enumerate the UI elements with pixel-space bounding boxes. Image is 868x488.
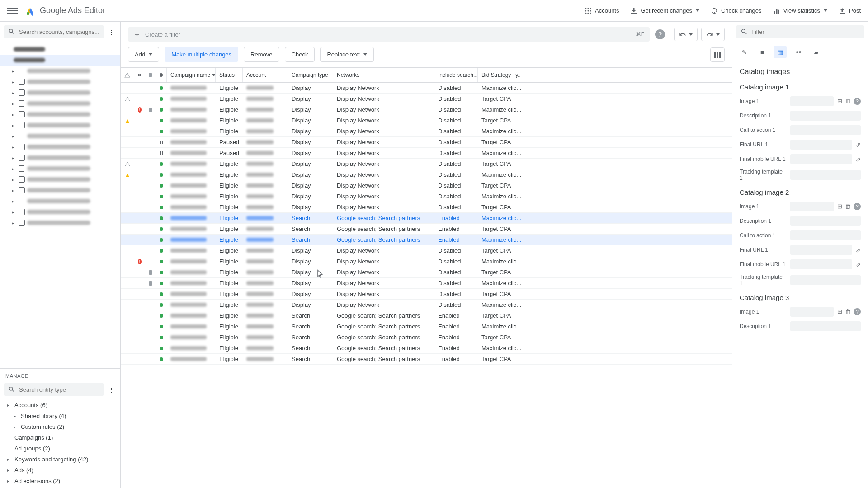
table-row[interactable]: !EligibleDisplayDisplay NetworkDisabledM…	[121, 256, 732, 267]
tree-item[interactable]	[0, 55, 120, 66]
table-row[interactable]: EligibleDisplayDisplay NetworkDisabledMa…	[121, 191, 732, 202]
comment-header-icon[interactable]	[145, 68, 156, 82]
help-icon[interactable]: ?	[655, 29, 665, 39]
field-input[interactable]	[790, 96, 834, 106]
expand-caret-icon[interactable]: ▸	[7, 468, 12, 473]
expand-caret-icon[interactable]: ▸	[12, 90, 16, 95]
form-tab-icon[interactable]: ▦	[774, 46, 787, 58]
help-icon[interactable]: ?	[854, 203, 861, 210]
add-button[interactable]: Add	[128, 47, 159, 62]
expand-caret-icon[interactable]: ▸	[12, 177, 16, 182]
image-add-icon[interactable]: ⊞	[837, 98, 842, 105]
status-header[interactable]: Status	[216, 68, 243, 82]
image-add-icon[interactable]: ⊞	[837, 308, 842, 315]
table-row[interactable]: EligibleDisplayDisplay NetworkDisabledTa…	[121, 180, 732, 191]
view-stats-button[interactable]: View statistics	[773, 7, 827, 15]
table-row[interactable]: EligibleSearchGoogle search; Search part…	[121, 321, 732, 332]
table-row[interactable]: EligibleDisplayDisplay NetworkDisabledMa…	[121, 83, 732, 94]
tag-tab-icon[interactable]: ▰	[810, 46, 823, 58]
table-row[interactable]: EligibleSearchGoogle search; Search part…	[121, 213, 732, 224]
get-recent-button[interactable]: Get recent changes	[630, 7, 699, 15]
delete-icon[interactable]: 🗑	[845, 308, 851, 315]
table-row[interactable]: EligibleSearchGoogle search; Search part…	[121, 343, 732, 354]
networks-header[interactable]: Networks	[333, 68, 434, 82]
field-input[interactable]	[790, 245, 852, 255]
expand-caret-icon[interactable]: ▸	[12, 155, 16, 160]
remove-button[interactable]: Remove	[244, 47, 279, 62]
entity-search-input[interactable]	[19, 386, 99, 393]
expand-caret-icon[interactable]: ▸	[7, 479, 12, 483]
tree-item[interactable]: ▸	[0, 163, 120, 174]
field-input[interactable]	[790, 321, 861, 331]
field-input[interactable]	[790, 111, 861, 121]
table-row[interactable]: EligibleDisplayDisplay NetworkDisabledMa…	[121, 300, 732, 310]
manage-item[interactable]: Campaigns (1)	[0, 432, 120, 443]
table-row[interactable]: EligibleDisplayDisplay NetworkDisabledMa…	[121, 126, 732, 137]
more-options-icon[interactable]: ⋮	[106, 384, 117, 395]
table-row[interactable]: EligibleDisplayDisplay NetworkDisabledTa…	[121, 245, 732, 256]
check-button[interactable]: Check	[285, 47, 315, 62]
table-row[interactable]: EligibleDisplayDisplay NetworkDisabledTa…	[121, 159, 732, 169]
expand-caret-icon[interactable]: ▸	[12, 210, 16, 215]
field-input[interactable]	[790, 140, 852, 150]
manage-item[interactable]: ▸Keywords and targeting (42)	[0, 454, 120, 465]
tree-item[interactable]: ▸	[0, 174, 120, 185]
field-input[interactable]	[790, 202, 834, 211]
columns-button[interactable]	[710, 47, 725, 62]
error-header-icon[interactable]	[134, 68, 145, 82]
tree-item[interactable]: ▸	[0, 109, 120, 120]
expand-caret-icon[interactable]: ▸	[12, 134, 16, 139]
include-search-header[interactable]: Include search...	[434, 68, 478, 82]
expand-caret-icon[interactable]: ▸	[12, 69, 16, 74]
link-tab-icon[interactable]: ⚯	[792, 46, 805, 58]
status-dot-header[interactable]	[156, 68, 167, 82]
expand-caret-icon[interactable]: ▸	[12, 221, 16, 225]
post-button[interactable]: Post	[838, 7, 861, 15]
expand-caret-icon[interactable]: ▸	[7, 457, 12, 462]
manage-item[interactable]: ▸Ads (4)	[0, 465, 120, 475]
tree-item[interactable]: ▸	[0, 66, 120, 76]
manage-item[interactable]: Ad groups (2)	[0, 443, 120, 454]
expand-caret-icon[interactable]: ▸	[12, 188, 16, 193]
help-icon[interactable]: ?	[854, 98, 861, 105]
expand-caret-icon[interactable]: ▸	[12, 166, 16, 171]
expand-caret-icon[interactable]: ▸	[12, 199, 16, 204]
campaign-name-header[interactable]: Campaign name	[167, 68, 216, 82]
field-input[interactable]	[790, 230, 861, 240]
field-input[interactable]	[790, 275, 861, 285]
tree-item[interactable]: ▸	[0, 185, 120, 196]
field-input[interactable]	[790, 125, 861, 135]
table-row[interactable]: ▲EligibleDisplayDisplay NetworkDisabledM…	[121, 169, 732, 180]
table-row[interactable]: EligibleDisplayDisplay NetworkDisabledMa…	[121, 278, 732, 289]
video-tab-icon[interactable]: ■	[756, 46, 769, 58]
launch-icon[interactable]: ⬀	[856, 261, 861, 268]
help-icon[interactable]: ?	[854, 308, 861, 315]
entity-search-box[interactable]	[4, 383, 104, 396]
field-input[interactable]	[790, 216, 861, 226]
tree-item[interactable]: ▸	[0, 217, 120, 228]
redo-button[interactable]	[701, 28, 725, 41]
tree-item[interactable]: ▸	[0, 196, 120, 206]
delete-icon[interactable]: 🗑	[845, 203, 851, 210]
table-row[interactable]: EligibleDisplayDisplay NetworkDisabledTa…	[121, 94, 732, 104]
tree-item[interactable]: ▸	[0, 206, 120, 217]
tree-item[interactable]: ▸	[0, 98, 120, 109]
field-input[interactable]	[790, 259, 852, 269]
right-filter-input[interactable]	[751, 28, 860, 35]
replace-text-button[interactable]: Replace text	[320, 47, 373, 62]
launch-icon[interactable]: ⬀	[856, 247, 861, 253]
tree-item[interactable]: ▸	[0, 76, 120, 87]
table-row[interactable]: EligibleDisplayDisplay NetworkDisabledTa…	[121, 267, 732, 278]
expand-caret-icon[interactable]: ▸	[12, 80, 16, 84]
tree-item[interactable]: ▸	[0, 141, 120, 152]
table-row[interactable]: !EligibleDisplayDisplay NetworkDisabledM…	[121, 104, 732, 115]
make-multiple-button[interactable]: Make multiple changes	[165, 47, 238, 62]
table-row[interactable]: PausedDisplayDisplay NetworkDisabledMaxi…	[121, 148, 732, 159]
tree-item[interactable]	[0, 44, 120, 55]
expand-caret-icon[interactable]: ▸	[12, 145, 16, 150]
manage-item[interactable]: ▸Shared library (4)	[0, 410, 120, 421]
account-header[interactable]: Account	[243, 68, 288, 82]
accounts-button[interactable]: Accounts	[584, 7, 619, 15]
launch-icon[interactable]: ⬀	[856, 156, 861, 163]
tree-item[interactable]: ▸	[0, 152, 120, 163]
